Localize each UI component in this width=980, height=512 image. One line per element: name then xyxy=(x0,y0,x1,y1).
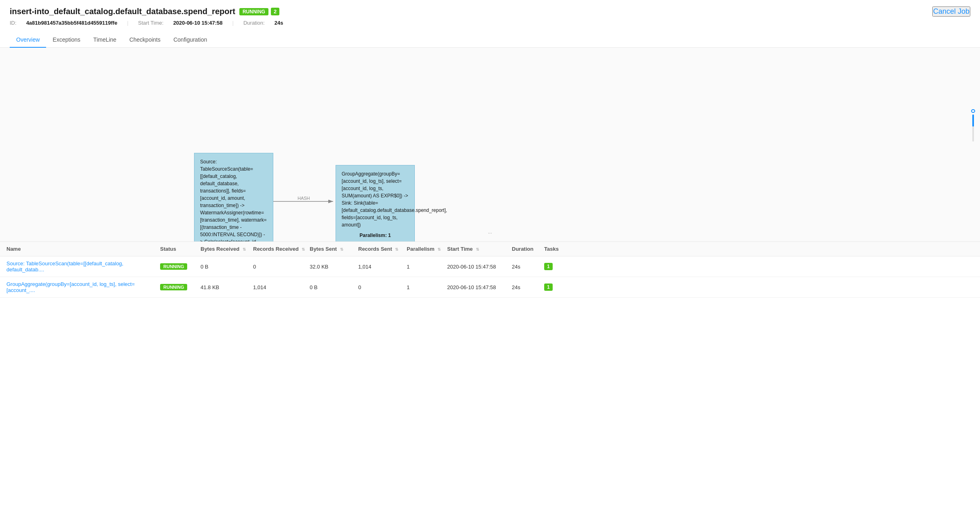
aggregate-parallelism: Parallelism: 1 xyxy=(342,232,409,239)
scrollbar-track[interactable] xyxy=(972,114,974,142)
row2-duration: 24s xyxy=(512,284,544,290)
row2-bytes-recv: 41.8 KB xyxy=(201,284,253,290)
job-title: insert-into_default_catalog.default_data… xyxy=(10,7,235,16)
row1-start-time: 2020-06-10 15:47:58 xyxy=(447,264,512,270)
col-header-name: Name xyxy=(6,246,160,252)
table-row: GroupAggregate(groupBy=[account_id, log_… xyxy=(0,277,980,298)
row2-records-recv: 1,014 xyxy=(253,284,310,290)
table-header: Name Status Bytes Received ⇅ Records Rec… xyxy=(0,242,980,256)
page-header: insert-into_default_catalog.default_data… xyxy=(0,0,980,48)
row1-duration: 24s xyxy=(512,264,544,270)
row2-status: RUNNING xyxy=(160,284,201,290)
resize-handle[interactable]: ··· xyxy=(488,228,492,237)
sort-records-sent-icon: ⇅ xyxy=(395,247,398,252)
col-header-bytes-sent[interactable]: Bytes Sent ⇅ xyxy=(310,246,358,252)
sort-parallelism-icon: ⇅ xyxy=(437,247,441,252)
tab-checkpoints[interactable]: Checkpoints xyxy=(123,32,167,48)
row1-tasks: 1 xyxy=(544,263,568,270)
row2-parallelism: 1 xyxy=(407,284,447,290)
tab-timeline[interactable]: TimeLine xyxy=(87,32,123,48)
col-header-tasks: Tasks xyxy=(544,246,568,252)
nav-tabs: Overview Exceptions TimeLine Checkpoints… xyxy=(10,32,970,47)
job-graph-canvas: Source: TableSourceScan(table=[[default_… xyxy=(0,48,980,242)
col-header-records-recv[interactable]: Records Received ⇅ xyxy=(253,246,310,252)
row2-records-sent: 0 xyxy=(358,284,407,290)
tab-exceptions[interactable]: Exceptions xyxy=(46,32,87,48)
col-header-bytes-recv[interactable]: Bytes Received ⇅ xyxy=(201,246,253,252)
canvas-scrollbar[interactable] xyxy=(972,109,974,142)
source-node[interactable]: Source: TableSourceScan(table=[[default_… xyxy=(194,153,273,242)
row2-start-time: 2020-06-10 15:47:58 xyxy=(447,284,512,290)
count-badge: 2 xyxy=(271,8,279,15)
row1-records-sent: 1,014 xyxy=(358,264,407,270)
col-header-start-time[interactable]: Start Time ⇅ xyxy=(447,246,512,252)
duration-label: Duration: xyxy=(243,20,265,26)
row1-name[interactable]: Source: TableSourceScan(table=[[default_… xyxy=(6,260,160,273)
row2-name[interactable]: GroupAggregate(groupBy=[account_id, log_… xyxy=(6,281,160,293)
status-badge: RUNNING xyxy=(239,8,268,15)
col-header-parallelism[interactable]: Parallelism ⇅ xyxy=(407,246,447,252)
row1-parallelism: 1 xyxy=(407,264,447,270)
tab-configuration[interactable]: Configuration xyxy=(167,32,213,48)
start-time-label: Start Time: xyxy=(138,20,164,26)
col-header-duration[interactable]: Duration xyxy=(512,246,544,252)
col-header-status: Status xyxy=(160,246,201,252)
tab-overview[interactable]: Overview xyxy=(10,32,46,48)
scroll-indicator-dot xyxy=(971,109,975,113)
table-row: Source: TableSourceScan(table=[[default_… xyxy=(0,256,980,277)
start-time-value: 2020-06-10 15:47:58 xyxy=(173,20,222,26)
jobs-table: Name Status Bytes Received ⇅ Records Rec… xyxy=(0,242,980,306)
row1-bytes-recv: 0 B xyxy=(201,264,253,270)
row1-records-recv: 0 xyxy=(253,264,310,270)
sort-records-recv-icon: ⇅ xyxy=(302,247,305,252)
flow-arrow: HASH xyxy=(273,197,338,205)
row2-tasks: 1 xyxy=(544,284,568,291)
row2-bytes-sent: 0 B xyxy=(310,284,358,290)
cancel-job-button[interactable]: Cancel Job xyxy=(932,6,970,17)
col-header-records-sent[interactable]: Records Sent ⇅ xyxy=(358,246,407,252)
duration-value: 24s xyxy=(275,20,283,26)
sort-start-time-icon: ⇅ xyxy=(476,247,479,252)
aggregate-node[interactable]: GroupAggregate(groupBy=[account_id, log_… xyxy=(336,165,415,242)
id-label: ID: xyxy=(10,20,17,26)
row1-bytes-sent: 32.0 KB xyxy=(310,264,358,270)
job-meta: ID: 4a81b981457a35bb5f481d4559119ffe | S… xyxy=(10,20,970,31)
sort-bytes-recv-icon: ⇅ xyxy=(243,247,246,252)
row1-status: RUNNING xyxy=(160,263,201,270)
hash-label: HASH xyxy=(298,196,310,201)
sort-bytes-sent-icon: ⇅ xyxy=(340,247,343,252)
job-id: 4a81b981457a35bb5f481d4559119ffe xyxy=(26,20,118,26)
aggregate-node-text: GroupAggregate(groupBy=[account_id, log_… xyxy=(342,171,447,228)
scrollbar-thumb[interactable] xyxy=(972,114,974,127)
